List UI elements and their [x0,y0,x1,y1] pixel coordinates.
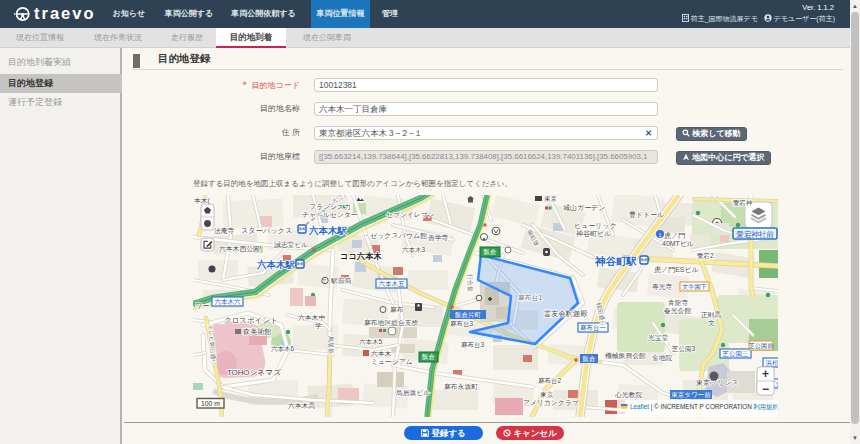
svg-text:東京プリンス: 東京プリンス [696,379,739,386]
svg-text:▲: ▲ [482,235,487,241]
svg-text:六本木駅: 六本木駅 [256,259,296,270]
svg-text:ミュージアム: ミュージアム [371,358,413,365]
svg-text:ココ六本木: ココ六本木 [340,251,382,261]
svg-text:愛宕2: 愛宕2 [697,252,714,260]
svg-text:チャペルセンター: チャペルセンター [302,211,358,219]
svg-text:青龍寺: 青龍寺 [668,299,689,306]
svg-text:飯倉: 飯倉 [484,248,498,256]
svg-text:東京: 東京 [544,195,558,202]
svg-text:スターバックス: スターバックス [241,226,292,235]
svg-text:ヒューリック: ヒューリック [574,222,617,229]
svg-text:東京: 東京 [540,391,554,398]
svg-text:六本木六: 六本木六 [215,298,242,305]
svg-text:六本木高: 六本木高 [288,402,315,409]
svg-text:六本木6: 六本木6 [271,345,295,352]
svg-text:麻布地区総合支所: 麻布地区総合支所 [364,319,419,327]
svg-text:浜松町: 浜松町 [766,359,778,367]
svg-text:飯倉片町: 飯倉片町 [455,311,482,319]
svg-text:虎ノ門: 虎ノ門 [664,232,685,240]
svg-text:麻布台3: 麻布台3 [450,320,474,328]
svg-text:行合坂: 行合坂 [466,274,473,292]
svg-text:鳥居坂: 鳥居坂 [327,336,334,354]
svg-text:フランシスカ: フランシスカ [309,203,351,211]
svg-text:TOHOシネマズ: TOHOシネマズ [227,368,281,377]
svg-text:六本木3: 六本木3 [402,246,426,253]
svg-text:飯倉: 飯倉 [422,353,436,361]
svg-text:文: 文 [708,319,715,326]
svg-text:Leaflet | © INCREMENT P CORPOR: Leaflet | © INCREMENT P CORPORATION 利用規約 [630,403,778,411]
svg-text:・ゼックスバウム館: ・ゼックスバウム館 [363,232,427,240]
svg-text:愛宕神社前: 愛宕神社前 [736,230,774,239]
svg-text:金地院: 金地院 [652,354,673,362]
svg-text:霊友会釈迦殿: 霊友会釈迦殿 [544,309,588,318]
svg-text:城山ガーデン: 城山ガーデン [562,204,606,211]
svg-text:六本木中: 六本木中 [298,314,325,321]
svg-text:〒: 〒 [323,278,328,284]
svg-text:麻布台2: 麻布台2 [538,377,562,385]
svg-text:神谷町駅: 神谷町駅 [594,255,638,267]
svg-text:鳥居坂ビル: 鳥居坂ビル [395,389,430,397]
svg-text:六本木西公園: 六本木西公園 [219,245,260,253]
svg-text:−: − [762,382,769,396]
svg-text:麻布台3: 麻布台3 [461,341,485,349]
svg-text:芝公園前: 芝公園前 [749,342,775,350]
svg-text:愛宕神: 愛宕神 [733,199,753,207]
svg-text:六本木5: 六本木5 [359,338,383,345]
svg-text:六本木五: 六本木五 [379,280,406,287]
svg-text:専光寺: 専光寺 [652,283,673,291]
svg-text:誠志堂ビル: 誠志堂ビル [274,241,308,249]
svg-text:麻布永坂町: 麻布永坂町 [444,383,478,390]
svg-text:文学園下: 文学園下 [682,283,707,291]
svg-text:東京タワー前: 東京タワー前 [671,391,711,398]
svg-text:本木(: 本木( [194,197,211,205]
svg-text:光宝堂: 光宝堂 [648,334,669,342]
svg-text:森美術館: 森美術館 [242,327,272,336]
svg-text:虎ノ門ESビル: 虎ノ門ESビル [654,266,699,274]
svg-text:麻布台1: 麻布台1 [518,294,542,302]
svg-text:飯倉: 飯倉 [583,355,597,363]
svg-text:40MTビル: 40MTビル [662,240,694,247]
svg-text:芝公園三: 芝公園三 [722,350,750,358]
svg-text:駅前局: 駅前局 [330,277,352,285]
svg-text:機械振興会館: 機械振興会館 [605,352,646,360]
svg-text:豊ドトール: 豊ドトール [629,211,665,218]
svg-text:アメリカンクラブ: アメリカンクラブ [523,399,579,407]
svg-text:春光会館: 春光会館 [663,307,691,315]
svg-text:1: 1 [658,232,661,238]
svg-text:正則高: 正則高 [701,311,722,319]
svg-text:心光教院: 心光教院 [614,391,642,399]
svg-text:ワー: ワー [195,302,209,309]
svg-text:+: + [762,367,769,381]
svg-text:神谷町ビル: 神谷町ビル [576,230,611,238]
svg-text:学: 学 [315,322,322,329]
svg-text:善学寺: 善学寺 [428,234,449,242]
svg-text:芝公園3: 芝公園3 [671,345,696,353]
svg-text:六本木: 六本木 [371,350,392,357]
svg-text:100 m: 100 m [201,400,220,407]
svg-text:法庵寺: 法庵寺 [214,227,235,235]
svg-text:麻布: 麻布 [390,306,404,313]
svg-text:セブンイレブン: セブンイレブン [386,211,435,219]
svg-text:六本木駅: 六本木駅 [308,225,348,236]
svg-text:クロスポイント: クロスポイント [224,316,278,325]
